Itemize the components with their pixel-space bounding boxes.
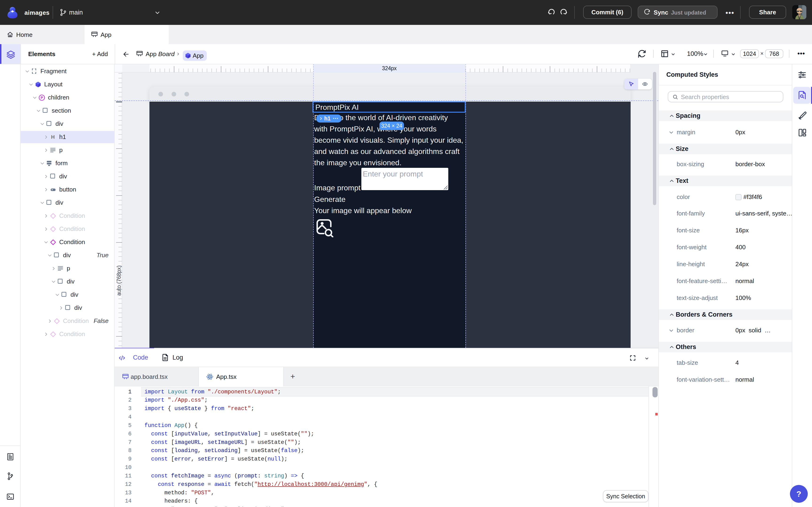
- svg-text:P: P: [41, 96, 43, 100]
- svg-text:H: H: [51, 134, 55, 140]
